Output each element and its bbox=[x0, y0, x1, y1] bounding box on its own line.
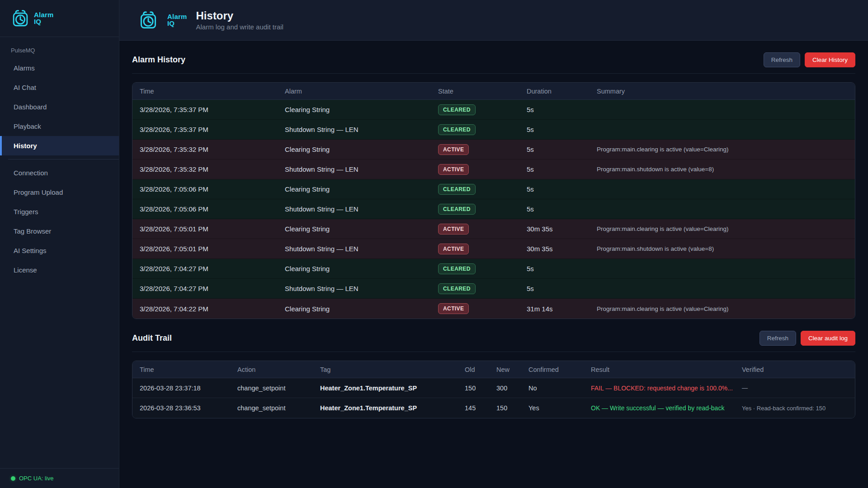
cell-alarm: Shutdown String — LEN bbox=[285, 285, 438, 292]
connection-status: OPC UA: live bbox=[0, 468, 119, 488]
audit-trail-table: TimeActionTagOldNewConfirmedResultVerifi… bbox=[132, 361, 855, 418]
cell-time: 2026-03-28 23:37:18 bbox=[140, 385, 237, 392]
alarm-refresh-button[interactable]: Refresh bbox=[764, 52, 800, 67]
cell-alarm: Clearing String bbox=[285, 265, 438, 272]
cell-summary: Program:main.clearing is active (value=C… bbox=[597, 225, 848, 232]
cell-tag: Heater_Zone1.Temperature_SP bbox=[320, 385, 465, 392]
sidebar-item-alarms[interactable]: Alarms bbox=[0, 58, 119, 78]
cell-alarm: Clearing String bbox=[285, 305, 438, 313]
sidebar-item-triggers[interactable]: Triggers bbox=[0, 202, 119, 221]
audit-trail-title: Audit Trail bbox=[132, 333, 172, 343]
alarm-table-body: 3/28/2026, 7:35:37 PMClearing StringCLEA… bbox=[132, 100, 855, 319]
table-row: 3/28/2026, 7:04:27 PMClearing StringCLEA… bbox=[132, 259, 855, 279]
brand-name: Alarm IQ bbox=[167, 14, 187, 27]
cell-verified: Yes · Read-back confirmed: 150 bbox=[742, 405, 848, 412]
cell-state: CLEARED bbox=[438, 204, 527, 215]
sidebar-item-dashboard[interactable]: Dashboard bbox=[0, 97, 119, 117]
cell-time: 3/28/2026, 7:04:27 PM bbox=[140, 265, 285, 272]
cell-new: 150 bbox=[496, 404, 528, 412]
cell-time: 3/28/2026, 7:04:22 PM bbox=[140, 305, 285, 313]
state-badge: ACTIVE bbox=[438, 224, 469, 235]
cell-state: ACTIVE bbox=[438, 244, 527, 254]
table-row: 3/28/2026, 7:35:37 PMClearing StringCLEA… bbox=[132, 100, 855, 120]
clear-audit-log-button[interactable]: Clear audit log bbox=[801, 331, 855, 346]
cell-summary: Program:main.shutdown is active (value=8… bbox=[597, 245, 848, 252]
cell-state: ACTIVE bbox=[438, 224, 527, 235]
table-row: 3/28/2026, 7:35:32 PMClearing StringACTI… bbox=[132, 140, 855, 160]
cell-duration: 5s bbox=[527, 185, 597, 193]
alarm-history-section-head: Alarm History Refresh Clear History bbox=[132, 41, 855, 74]
column-header-duration: Duration bbox=[527, 88, 597, 95]
column-header-confirmed: Confirmed bbox=[528, 366, 591, 373]
table-row: 3/28/2026, 7:05:01 PMShutdown String — L… bbox=[132, 239, 855, 259]
sidebar-nav-primary: AlarmsAI ChatDashboardPlaybackHistory bbox=[0, 58, 119, 155]
cell-alarm: Shutdown String — LEN bbox=[285, 165, 438, 173]
sidebar-item-license[interactable]: License bbox=[0, 260, 119, 280]
table-row: 3/28/2026, 7:35:32 PMShutdown String — L… bbox=[132, 160, 855, 179]
cell-time: 3/28/2026, 7:35:32 PM bbox=[140, 145, 285, 153]
cell-time: 3/28/2026, 7:35:32 PM bbox=[140, 165, 285, 173]
page-title: History bbox=[196, 9, 283, 23]
sidebar-item-connection[interactable]: Connection bbox=[0, 163, 119, 183]
column-header-state: State bbox=[438, 88, 527, 95]
cell-duration: 5s bbox=[527, 106, 597, 113]
table-row: 3/28/2026, 7:05:06 PMShutdown String — L… bbox=[132, 199, 855, 219]
brand-name: Alarm IQ bbox=[34, 12, 54, 25]
state-badge: ACTIVE bbox=[438, 144, 469, 155]
column-header-time: Time bbox=[140, 88, 285, 95]
cell-duration: 31m 14s bbox=[527, 305, 597, 313]
state-badge: CLEARED bbox=[438, 263, 476, 274]
cell-summary: Program:main.shutdown is active (value=8… bbox=[597, 166, 848, 173]
table-row: 3/28/2026, 7:04:22 PMClearing StringACTI… bbox=[132, 299, 855, 319]
cell-time: 3/28/2026, 7:35:37 PM bbox=[140, 106, 285, 113]
cell-old: 150 bbox=[465, 385, 496, 392]
alarm-table-header: TimeAlarmStateDurationSummary bbox=[132, 83, 855, 100]
sidebar-divider bbox=[8, 159, 119, 160]
cell-duration: 5s bbox=[527, 165, 597, 173]
column-header-old: Old bbox=[465, 366, 496, 373]
cell-new: 300 bbox=[496, 385, 528, 392]
table-row: 3/28/2026, 7:05:01 PMClearing StringACTI… bbox=[132, 219, 855, 239]
table-row: 3/28/2026, 7:04:27 PMShutdown String — L… bbox=[132, 279, 855, 299]
state-badge: CLEARED bbox=[438, 124, 476, 135]
table-row: 3/28/2026, 7:05:06 PMClearing StringCLEA… bbox=[132, 179, 855, 199]
state-badge: CLEARED bbox=[438, 204, 476, 215]
cell-action: change_setpoint bbox=[237, 385, 320, 392]
page-header: Alarm IQ History Alarm log and write aud… bbox=[119, 0, 868, 41]
cell-verified: — bbox=[742, 385, 848, 391]
column-header-result: Result bbox=[591, 366, 742, 373]
cell-state: ACTIVE bbox=[438, 164, 527, 175]
sidebar-item-program-upload[interactable]: Program Upload bbox=[0, 183, 119, 202]
main-area: Alarm IQ History Alarm log and write aud… bbox=[119, 0, 868, 488]
column-header-tag: Tag bbox=[320, 366, 465, 373]
sidebar-nav-secondary: ConnectionProgram UploadTriggersTag Brow… bbox=[0, 163, 119, 280]
cell-time: 3/28/2026, 7:05:01 PM bbox=[140, 225, 285, 233]
cell-alarm: Shutdown String — LEN bbox=[285, 126, 438, 133]
cell-duration: 30m 35s bbox=[527, 245, 597, 253]
sidebar-item-playback[interactable]: Playback bbox=[0, 117, 119, 136]
clear-history-button[interactable]: Clear History bbox=[805, 52, 855, 67]
column-header-new: New bbox=[496, 366, 528, 373]
cell-alarm: Clearing String bbox=[285, 106, 438, 113]
column-header-time: Time bbox=[140, 366, 237, 373]
cell-state: ACTIVE bbox=[438, 144, 527, 155]
page-subtitle: Alarm log and write audit trail bbox=[196, 23, 283, 31]
state-badge: CLEARED bbox=[438, 283, 476, 294]
audit-refresh-button[interactable]: Refresh bbox=[760, 331, 796, 346]
status-label: OPC UA: live bbox=[19, 475, 54, 482]
sidebar-item-history[interactable]: History bbox=[0, 136, 119, 155]
cell-time: 3/28/2026, 7:05:06 PM bbox=[140, 205, 285, 213]
sidebar-item-ai-chat[interactable]: AI Chat bbox=[0, 78, 119, 97]
cell-alarm: Clearing String bbox=[285, 145, 438, 153]
cell-time: 2026-03-28 23:36:53 bbox=[140, 404, 237, 412]
state-badge: ACTIVE bbox=[438, 164, 469, 175]
sidebar-item-tag-browser[interactable]: Tag Browser bbox=[0, 221, 119, 241]
cell-old: 145 bbox=[465, 404, 496, 412]
sidebar-section-label: PulseMQ bbox=[0, 37, 119, 58]
cell-action: change_setpoint bbox=[237, 404, 320, 412]
sidebar-item-ai-settings[interactable]: AI Settings bbox=[0, 241, 119, 260]
cell-alarm: Clearing String bbox=[285, 225, 438, 233]
state-badge: ACTIVE bbox=[438, 303, 469, 314]
audit-table-body: 2026-03-28 23:37:18change_setpointHeater… bbox=[132, 378, 855, 418]
cell-summary: Program:main.clearing is active (value=C… bbox=[597, 146, 848, 153]
